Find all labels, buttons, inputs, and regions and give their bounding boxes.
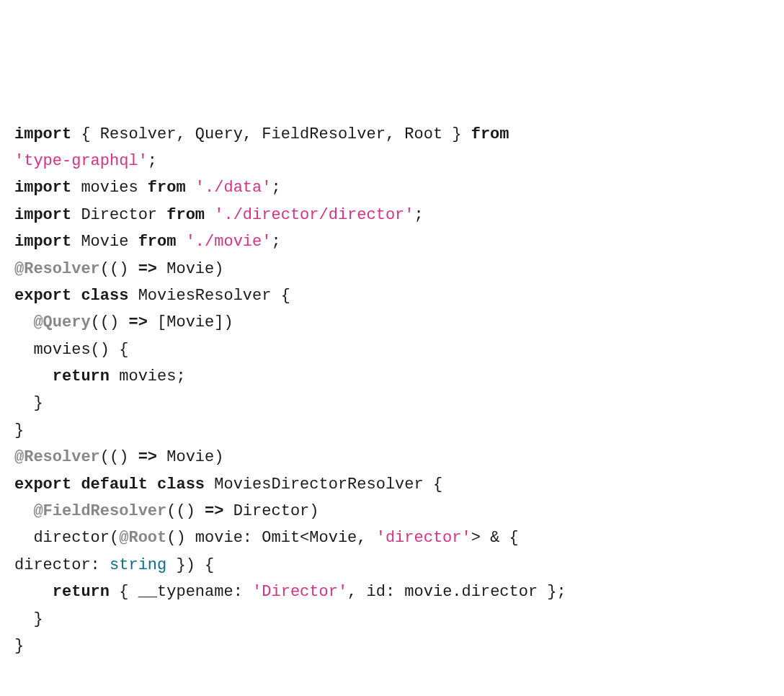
- arrow: =>: [119, 313, 157, 331]
- close-brace: }: [14, 610, 43, 628]
- decorator: @Query: [33, 313, 90, 331]
- code-line-11: return movies;: [14, 363, 770, 390]
- space: [176, 233, 185, 251]
- close-brace: }: [14, 637, 24, 655]
- keyword-from: from: [471, 125, 509, 143]
- decorator: @Resolver: [14, 260, 100, 278]
- code-line-19: director: string }) {: [14, 552, 770, 579]
- semicolon: ;: [414, 206, 424, 224]
- class-name: MoviesResolver {: [128, 287, 290, 305]
- arrow: =>: [195, 502, 233, 520]
- code-line-12: }: [14, 390, 770, 416]
- keyword-default: default: [81, 476, 147, 494]
- code-line-3: import movies from './data';: [14, 174, 770, 201]
- code-line-1: import { Resolver, Query, FieldResolver,…: [14, 121, 770, 148]
- keyword-export: export: [14, 287, 71, 305]
- code-line-21: }: [14, 606, 770, 633]
- expression: movies;: [110, 367, 186, 385]
- space: [71, 476, 81, 494]
- code-line-15: @Resolver(() => Movie): [14, 444, 770, 470]
- indent: [14, 502, 33, 520]
- code-line-20: return { __typename: 'Director', id: mov…: [14, 579, 770, 605]
- type-annotation: string: [110, 556, 166, 574]
- param-end: > & {: [471, 529, 528, 547]
- string-literal: 'type-graphql': [14, 152, 148, 170]
- semicolon: ;: [148, 152, 157, 170]
- param-cont: director:: [14, 556, 110, 574]
- code-line-8: export class MoviesResolver {: [14, 282, 770, 309]
- keyword-import: import: [14, 125, 71, 143]
- indent: [14, 313, 33, 331]
- indent: [14, 583, 53, 601]
- code-line-9: @Query(() => [Movie]): [14, 309, 770, 336]
- keyword-class: class: [81, 287, 128, 305]
- keyword-import: import: [14, 179, 71, 197]
- keyword-from: from: [148, 179, 186, 197]
- code-line-13: }: [14, 417, 770, 444]
- string-literal: './director/director': [214, 206, 414, 224]
- space: [148, 476, 157, 494]
- code-line-16: export default class MoviesDirectorResol…: [14, 471, 770, 498]
- param-close: }) {: [166, 556, 214, 574]
- paren: ((): [91, 313, 120, 331]
- method-def: movies() {: [14, 341, 128, 359]
- code-line-18: director(@Root() movie: Omit<Movie, 'dir…: [14, 525, 770, 551]
- decorator: @FieldResolver: [33, 502, 166, 520]
- import-names: { Resolver, Query, FieldResolver, Root }: [71, 125, 471, 143]
- code-block: import { Resolver, Query, FieldResolver,…: [14, 121, 770, 660]
- semicolon: ;: [271, 179, 280, 197]
- method-start: director(: [14, 529, 119, 547]
- indent: [14, 367, 53, 385]
- paren: ((): [166, 502, 195, 520]
- code-line-5: import Movie from './movie';: [14, 228, 770, 255]
- code-line-17: @FieldResolver(() => Director): [14, 498, 770, 525]
- close-brace: }: [14, 421, 24, 440]
- keyword-return: return: [53, 367, 110, 385]
- keyword-class: class: [157, 476, 205, 494]
- identifier: [Movie]): [157, 313, 233, 331]
- import-names: Director: [71, 206, 166, 224]
- string-literal: 'director': [376, 529, 471, 547]
- param: () movie: Omit<Movie,: [166, 529, 375, 547]
- space: [509, 125, 519, 143]
- import-names: Movie: [71, 233, 138, 251]
- space: [205, 206, 214, 224]
- space: [71, 287, 81, 305]
- semicolon: ;: [271, 233, 280, 251]
- identifier: Director): [233, 502, 319, 520]
- code-line-22: }: [14, 633, 770, 659]
- keyword-import: import: [14, 233, 71, 251]
- identifier: Movie): [166, 260, 223, 278]
- import-names: movies: [71, 179, 148, 197]
- close-brace: }: [14, 394, 43, 412]
- keyword-import: import: [14, 206, 71, 224]
- object-start: { __typename:: [110, 583, 252, 601]
- paren: ((): [100, 260, 129, 278]
- space: [186, 179, 195, 197]
- code-line-7: @Resolver(() => Movie): [14, 256, 770, 282]
- arrow: =>: [128, 448, 166, 466]
- paren: ((): [100, 448, 129, 466]
- decorator: @Resolver: [14, 448, 100, 466]
- code-line-10: movies() {: [14, 336, 770, 363]
- keyword-from: from: [138, 233, 177, 251]
- string-literal: './data': [195, 179, 272, 197]
- code-line-4: import Director from './director/directo…: [14, 202, 770, 228]
- object-end: , id: movie.director };: [347, 583, 566, 601]
- arrow: =>: [128, 260, 166, 278]
- keyword-from: from: [166, 206, 205, 224]
- string-literal: 'Director': [252, 583, 347, 601]
- class-name: MoviesDirectorResolver {: [205, 476, 442, 494]
- keyword-export: export: [14, 476, 71, 494]
- decorator: @Root: [119, 529, 166, 547]
- keyword-return: return: [53, 583, 110, 601]
- code-line-2: 'type-graphql';: [14, 148, 770, 174]
- identifier: Movie): [166, 448, 223, 466]
- string-literal: './movie': [186, 233, 272, 251]
